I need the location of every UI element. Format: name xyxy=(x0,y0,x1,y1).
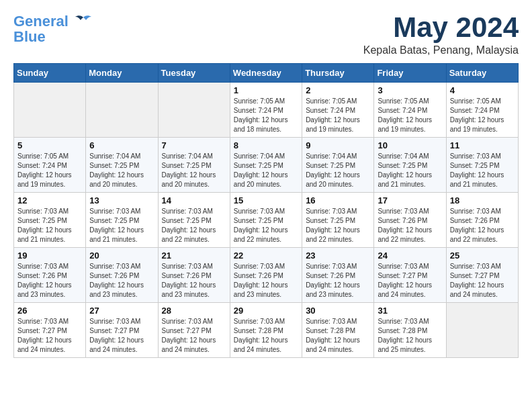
logo-blue: Blue xyxy=(13,30,46,44)
calendar-cell: 27Sunrise: 7:03 AMSunset: 7:27 PMDayligh… xyxy=(86,303,158,358)
day-number: 7 xyxy=(162,140,226,150)
cell-sun-info: Sunrise: 7:03 AMSunset: 7:25 PMDaylight:… xyxy=(234,207,298,244)
cell-sun-info: Sunrise: 7:03 AMSunset: 7:27 PMDaylight:… xyxy=(17,317,82,355)
cell-sun-info: Sunrise: 7:03 AMSunset: 7:26 PMDaylight:… xyxy=(306,262,370,300)
day-number: 10 xyxy=(378,140,442,150)
cell-sun-info: Sunrise: 7:03 AMSunset: 7:26 PMDaylight:… xyxy=(89,262,154,300)
calendar-cell: 30Sunrise: 7:03 AMSunset: 7:28 PMDayligh… xyxy=(302,303,374,358)
cell-sun-info: Sunrise: 7:03 AMSunset: 7:27 PMDaylight:… xyxy=(162,317,226,355)
cell-sun-info: Sunrise: 7:04 AMSunset: 7:25 PMDaylight:… xyxy=(306,152,370,189)
logo: General Blue xyxy=(13,13,93,44)
cell-sun-info: Sunrise: 7:04 AMSunset: 7:25 PMDaylight:… xyxy=(89,152,154,189)
day-number: 12 xyxy=(17,195,82,205)
day-number: 4 xyxy=(450,85,515,95)
day-number: 28 xyxy=(162,306,226,316)
cell-sun-info: Sunrise: 7:03 AMSunset: 7:27 PMDaylight:… xyxy=(450,262,515,300)
day-number: 25 xyxy=(450,250,515,261)
cell-sun-info: Sunrise: 7:03 AMSunset: 7:28 PMDaylight:… xyxy=(306,317,370,355)
title-area: May 2024 Kepala Batas, Penang, Malaysia xyxy=(363,13,519,56)
calendar-cell xyxy=(86,83,158,138)
logo-text: General xyxy=(13,13,93,30)
day-number: 13 xyxy=(89,195,154,205)
header-sunday: Sunday xyxy=(14,64,86,83)
day-number: 31 xyxy=(378,306,442,316)
cell-sun-info: Sunrise: 7:03 AMSunset: 7:25 PMDaylight:… xyxy=(306,207,370,244)
header-monday: Monday xyxy=(86,64,158,83)
calendar-cell: 20Sunrise: 7:03 AMSunset: 7:26 PMDayligh… xyxy=(86,248,158,303)
day-number: 30 xyxy=(306,306,370,316)
header-wednesday: Wednesday xyxy=(230,64,302,83)
day-number: 15 xyxy=(234,195,298,205)
day-number: 19 xyxy=(17,250,82,261)
calendar-cell: 9Sunrise: 7:04 AMSunset: 7:25 PMDaylight… xyxy=(302,138,374,193)
calendar-cell: 25Sunrise: 7:03 AMSunset: 7:27 PMDayligh… xyxy=(446,248,518,303)
day-number: 29 xyxy=(234,306,298,316)
calendar-cell: 23Sunrise: 7:03 AMSunset: 7:26 PMDayligh… xyxy=(302,248,374,303)
header-friday: Friday xyxy=(374,64,446,83)
cell-sun-info: Sunrise: 7:03 AMSunset: 7:25 PMDaylight:… xyxy=(162,207,226,244)
calendar-cell: 2Sunrise: 7:05 AMSunset: 7:24 PMDaylight… xyxy=(302,83,374,138)
cell-sun-info: Sunrise: 7:05 AMSunset: 7:24 PMDaylight:… xyxy=(450,97,515,134)
cell-sun-info: Sunrise: 7:03 AMSunset: 7:26 PMDaylight:… xyxy=(162,262,226,300)
calendar-cell: 11Sunrise: 7:03 AMSunset: 7:25 PMDayligh… xyxy=(446,138,518,193)
cell-sun-info: Sunrise: 7:03 AMSunset: 7:26 PMDaylight:… xyxy=(378,207,442,244)
logo-general: General xyxy=(13,13,69,30)
cell-sun-info: Sunrise: 7:05 AMSunset: 7:24 PMDaylight:… xyxy=(378,97,442,134)
calendar-cell: 18Sunrise: 7:03 AMSunset: 7:26 PMDayligh… xyxy=(446,193,518,248)
location-subtitle: Kepala Batas, Penang, Malaysia xyxy=(363,44,519,56)
calendar-week-2: 5Sunrise: 7:05 AMSunset: 7:24 PMDaylight… xyxy=(14,138,519,193)
day-number: 8 xyxy=(234,140,298,150)
calendar-cell xyxy=(158,83,230,138)
calendar-header-row: Sunday Monday Tuesday Wednesday Thursday… xyxy=(14,64,519,83)
calendar-cell: 19Sunrise: 7:03 AMSunset: 7:26 PMDayligh… xyxy=(14,248,86,303)
calendar-cell xyxy=(446,303,518,358)
calendar-week-4: 19Sunrise: 7:03 AMSunset: 7:26 PMDayligh… xyxy=(14,248,519,303)
calendar-cell: 26Sunrise: 7:03 AMSunset: 7:27 PMDayligh… xyxy=(14,303,86,358)
logo-bird-icon xyxy=(74,15,93,30)
calendar-week-5: 26Sunrise: 7:03 AMSunset: 7:27 PMDayligh… xyxy=(14,303,519,358)
day-number: 18 xyxy=(450,195,515,205)
calendar-cell: 28Sunrise: 7:03 AMSunset: 7:27 PMDayligh… xyxy=(158,303,230,358)
calendar-cell: 31Sunrise: 7:03 AMSunset: 7:28 PMDayligh… xyxy=(374,303,446,358)
calendar-cell: 24Sunrise: 7:03 AMSunset: 7:27 PMDayligh… xyxy=(374,248,446,303)
day-number: 5 xyxy=(17,140,82,150)
cell-sun-info: Sunrise: 7:03 AMSunset: 7:26 PMDaylight:… xyxy=(450,207,515,244)
day-number: 26 xyxy=(17,306,82,316)
day-number: 14 xyxy=(162,195,226,205)
cell-sun-info: Sunrise: 7:03 AMSunset: 7:25 PMDaylight:… xyxy=(450,152,515,189)
header-tuesday: Tuesday xyxy=(158,64,230,83)
day-number: 22 xyxy=(234,250,298,261)
calendar-cell: 17Sunrise: 7:03 AMSunset: 7:26 PMDayligh… xyxy=(374,193,446,248)
page-header: General Blue May 2024 Kepala Batas, Pena… xyxy=(13,13,519,56)
calendar-cell: 13Sunrise: 7:03 AMSunset: 7:25 PMDayligh… xyxy=(86,193,158,248)
day-number: 11 xyxy=(450,140,515,150)
cell-sun-info: Sunrise: 7:03 AMSunset: 7:25 PMDaylight:… xyxy=(89,207,154,244)
calendar-cell: 5Sunrise: 7:05 AMSunset: 7:24 PMDaylight… xyxy=(14,138,86,193)
cell-sun-info: Sunrise: 7:03 AMSunset: 7:26 PMDaylight:… xyxy=(17,262,82,300)
month-title: May 2024 xyxy=(363,13,519,42)
day-number: 21 xyxy=(162,250,226,261)
day-number: 23 xyxy=(306,250,370,261)
calendar-table: Sunday Monday Tuesday Wednesday Thursday… xyxy=(13,63,519,358)
day-number: 6 xyxy=(89,140,154,150)
calendar-week-3: 12Sunrise: 7:03 AMSunset: 7:25 PMDayligh… xyxy=(14,193,519,248)
calendar-week-1: 1Sunrise: 7:05 AMSunset: 7:24 PMDaylight… xyxy=(14,83,519,138)
day-number: 3 xyxy=(378,85,442,95)
cell-sun-info: Sunrise: 7:03 AMSunset: 7:27 PMDaylight:… xyxy=(378,262,442,300)
day-number: 16 xyxy=(306,195,370,205)
day-number: 9 xyxy=(306,140,370,150)
cell-sun-info: Sunrise: 7:05 AMSunset: 7:24 PMDaylight:… xyxy=(306,97,370,134)
calendar-cell: 21Sunrise: 7:03 AMSunset: 7:26 PMDayligh… xyxy=(158,248,230,303)
calendar-cell: 15Sunrise: 7:03 AMSunset: 7:25 PMDayligh… xyxy=(230,193,302,248)
cell-sun-info: Sunrise: 7:05 AMSunset: 7:24 PMDaylight:… xyxy=(234,97,298,134)
day-number: 2 xyxy=(306,85,370,95)
cell-sun-info: Sunrise: 7:03 AMSunset: 7:28 PMDaylight:… xyxy=(378,317,442,355)
calendar-cell: 7Sunrise: 7:04 AMSunset: 7:25 PMDaylight… xyxy=(158,138,230,193)
cell-sun-info: Sunrise: 7:03 AMSunset: 7:28 PMDaylight:… xyxy=(234,317,298,355)
cell-sun-info: Sunrise: 7:03 AMSunset: 7:27 PMDaylight:… xyxy=(89,317,154,355)
cell-sun-info: Sunrise: 7:04 AMSunset: 7:25 PMDaylight:… xyxy=(234,152,298,189)
day-number: 27 xyxy=(89,306,154,316)
cell-sun-info: Sunrise: 7:04 AMSunset: 7:25 PMDaylight:… xyxy=(162,152,226,189)
calendar-cell: 16Sunrise: 7:03 AMSunset: 7:25 PMDayligh… xyxy=(302,193,374,248)
calendar-cell: 1Sunrise: 7:05 AMSunset: 7:24 PMDaylight… xyxy=(230,83,302,138)
